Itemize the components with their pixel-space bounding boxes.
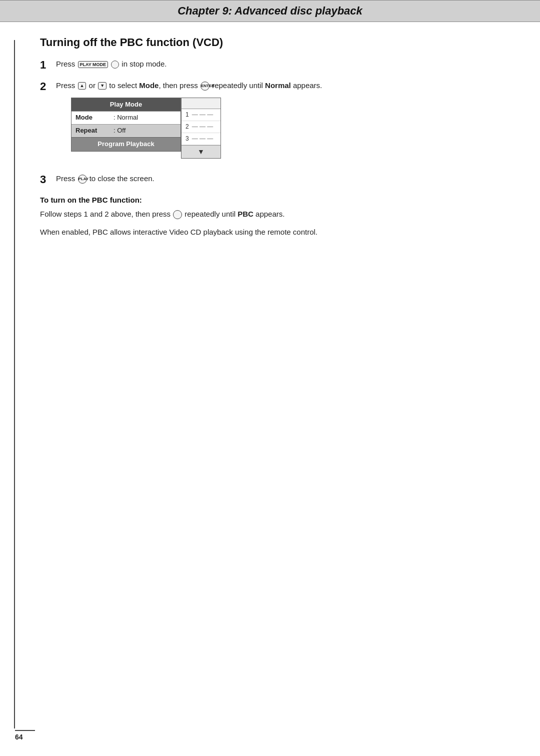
- chapter-title: Chapter 9: Advanced disc playback: [0, 5, 540, 18]
- track-list: 1 — — — 2 — — — 3 — — — ▼: [181, 98, 221, 159]
- play-key: PLAY: [78, 175, 87, 184]
- enter-key-2: [173, 210, 182, 219]
- arrow-down-key: ▼: [98, 82, 106, 90]
- track-num-2: 2: [186, 122, 189, 132]
- repeat-row-value: : Off: [112, 125, 128, 137]
- play-mode-key: PLAY MODE: [78, 61, 108, 69]
- step-2-number: 2: [40, 80, 56, 94]
- play-mode-program-row: Program Playback: [72, 137, 180, 151]
- step-2: 2 Press ▲ or ▼ to select Mode, then pres…: [40, 80, 500, 166]
- mode-label: Mode: [139, 81, 158, 90]
- step-3: 3 Press PLAY to close the screen.: [40, 173, 500, 187]
- step-1: 1 Press PLAY MODE in stop mode.: [40, 58, 500, 73]
- enter-key: ENTER: [200, 82, 210, 91]
- play-mode-row-repeat: Repeat : Off: [72, 124, 180, 137]
- step-2-content: Press ▲ or ▼ to select Mode, then press …: [56, 80, 500, 166]
- track-row-1: 1 — — —: [182, 109, 220, 121]
- scroll-down-arrow: ▼: [182, 145, 220, 158]
- track-list-header: [182, 98, 220, 109]
- page-number: 64: [15, 733, 23, 741]
- track-dashes-3: — — —: [192, 134, 214, 144]
- play-mode-table: Play Mode Mode : Normal Repeat : Off Pro…: [71, 98, 181, 159]
- section-title: Turning off the PBC function (VCD): [40, 36, 500, 49]
- track-row-3: 3 — — —: [182, 133, 220, 145]
- steps-list: 1 Press PLAY MODE in stop mode. 2 Press …: [40, 58, 500, 187]
- content-area: Turning off the PBC function (VCD) 1 Pre…: [0, 36, 540, 274]
- play-mode-row-mode: Mode : Normal: [72, 111, 180, 124]
- play-mode-table-container: Play Mode Mode : Normal Repeat : Off Pro…: [71, 98, 500, 159]
- page-wrapper: Chapter 9: Advanced disc playback Turnin…: [0, 0, 540, 756]
- paragraph-2: When enabled, PBC allows interactive Vid…: [40, 226, 500, 238]
- track-num-1: 1: [186, 110, 189, 120]
- chapter-header: Chapter 9: Advanced disc playback: [0, 0, 540, 22]
- play-mode-header: Play Mode: [72, 98, 180, 112]
- page-footer: 64: [15, 730, 35, 741]
- mode-row-label: Mode: [72, 112, 112, 124]
- track-row-2: 2 — — —: [182, 121, 220, 133]
- sub-heading: To turn on the PBC function:: [40, 196, 500, 204]
- mode-row-value: : Normal: [112, 112, 140, 124]
- pbc-label: PBC: [238, 210, 254, 218]
- step-1-icon: [111, 61, 119, 69]
- repeat-row-label: Repeat: [72, 125, 112, 137]
- track-num-3: 3: [186, 134, 189, 144]
- paragraph-1: Follow steps 1 and 2 above, then press r…: [40, 208, 500, 220]
- normal-label: Normal: [265, 81, 291, 90]
- arrow-up-key: ▲: [78, 82, 86, 90]
- step-1-content: Press PLAY MODE in stop mode.: [56, 58, 500, 70]
- play-mode-table-inner: Play Mode Mode : Normal Repeat : Off Pro…: [71, 98, 181, 152]
- track-dashes-2: — — —: [192, 122, 214, 132]
- left-border-decoration: [14, 40, 15, 728]
- track-dashes-1: — — —: [192, 110, 214, 120]
- step-3-content: Press PLAY to close the screen.: [56, 173, 500, 185]
- step-1-number: 1: [40, 58, 56, 73]
- step-3-number: 3: [40, 173, 56, 187]
